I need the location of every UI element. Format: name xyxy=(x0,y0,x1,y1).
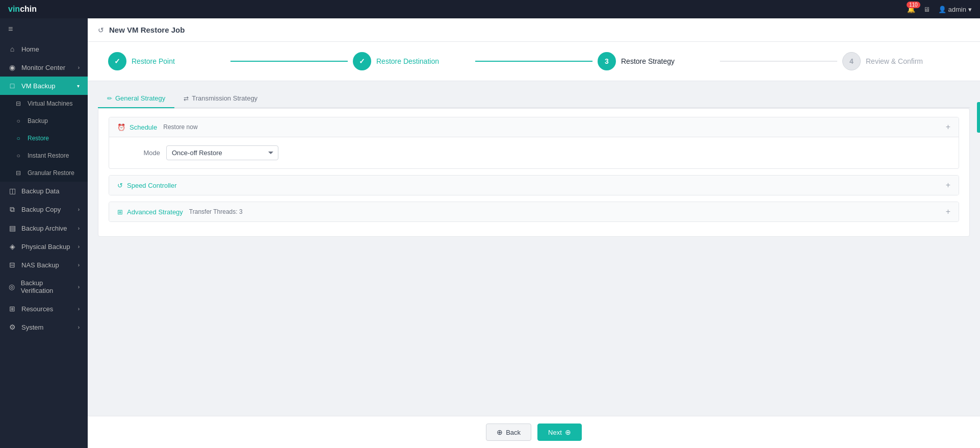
steps-bar: ✓ Restore Point ✓ Restore Destination 3 … xyxy=(88,42,980,81)
mode-form-row: Mode Once-off Restore Scheduled Restore xyxy=(119,145,948,160)
advanced-strategy-subtitle: Transfer Threads: 3 xyxy=(189,208,243,215)
step-2: ✓ Restore Destination xyxy=(353,52,470,70)
schedule-icon: ⏰ xyxy=(117,123,125,131)
advanced-expand-icon: + xyxy=(946,207,950,216)
sidebar-item-label: Granular Restore xyxy=(28,169,74,177)
sidebar: ≡ ⌂ Home ◉ Monitor Center › □ VM Backup … xyxy=(0,18,88,448)
speed-controller-title: Speed Controller xyxy=(127,182,177,189)
schedule-section-header-left: ⏰ Schedule Restore now xyxy=(117,123,198,131)
back-button[interactable]: ⊕ Back xyxy=(486,424,531,441)
tab-general-strategy[interactable]: ✏ General Strategy xyxy=(98,89,174,108)
sidebar-item-label: Virtual Machines xyxy=(28,100,73,107)
page-header: ↺ New VM Restore Job xyxy=(88,18,980,42)
sidebar-item-label: Backup Data xyxy=(21,187,59,195)
sidebar-item-backup-archive[interactable]: ▤ Backup Archive › xyxy=(0,219,88,237)
step-4: 4 Review & Confirm xyxy=(842,52,960,70)
nas-backup-icon: ⊟ xyxy=(8,261,16,269)
back-label: Back xyxy=(506,429,521,436)
chevron-right-icon: › xyxy=(78,207,80,212)
monitor-center-icon: ◉ xyxy=(8,63,16,71)
sidebar-item-restore[interactable]: ○ Restore xyxy=(0,130,88,147)
menu-toggle-button[interactable]: ≡ xyxy=(0,18,88,40)
resources-icon: ⊞ xyxy=(8,305,16,313)
speed-icon: ↺ xyxy=(117,182,123,189)
speed-controller-header-left: ↺ Speed Controller xyxy=(117,182,177,189)
schedule-section-body: Mode Once-off Restore Scheduled Restore xyxy=(109,137,959,168)
strategy-card: ⏰ Schedule Restore now + Mode Once-off R… xyxy=(98,108,970,237)
home-icon: ⌂ xyxy=(8,45,16,53)
step-1-check: ✓ xyxy=(114,57,120,65)
sidebar-item-backup-data[interactable]: ◫ Backup Data xyxy=(0,182,88,200)
sidebar-item-label: Restore xyxy=(28,135,49,142)
right-scroll-indicator xyxy=(977,102,980,133)
tab-label: Transmission Strategy xyxy=(192,94,257,102)
sidebar-item-label: Instant Restore xyxy=(28,152,69,159)
sidebar-item-label: System xyxy=(21,323,43,331)
admin-menu[interactable]: 👤 admin ▾ xyxy=(938,6,972,13)
tab-label: General Strategy xyxy=(115,94,165,102)
schedule-section-header[interactable]: ⏰ Schedule Restore now + xyxy=(109,117,959,137)
page-title: New VM Restore Job xyxy=(109,26,185,34)
vm-backup-submenu: ⊟ Virtual Machines ○ Backup ○ Restore ○ … xyxy=(0,95,88,182)
sidebar-item-monitor-center[interactable]: ◉ Monitor Center › xyxy=(0,58,88,77)
pencil-icon: ✏ xyxy=(107,95,112,102)
speed-controller-section: ↺ Speed Controller + xyxy=(109,175,959,195)
step-2-label: Restore Destination xyxy=(376,57,439,65)
sidebar-item-backup-copy[interactable]: ⧉ Backup Copy › xyxy=(0,200,88,219)
step-1-label: Restore Point xyxy=(132,57,175,65)
sidebar-item-label: Backup Copy xyxy=(21,206,61,213)
sidebar-item-vm-backup[interactable]: □ VM Backup ▾ xyxy=(0,77,88,95)
sidebar-item-backup-verification[interactable]: ◎ Backup Verification › xyxy=(0,274,88,300)
granular-restore-icon: ⊟ xyxy=(14,169,22,177)
schedule-subtitle: Restore now xyxy=(163,123,197,131)
chevron-right-icon: › xyxy=(78,226,80,231)
next-button[interactable]: Next ⊕ xyxy=(537,424,582,441)
admin-label: admin xyxy=(948,6,966,13)
mode-label: Mode xyxy=(119,149,160,157)
step-1: ✓ Restore Point xyxy=(108,52,225,70)
transfer-icon: ⇄ xyxy=(184,95,189,102)
vm-backup-icon: □ xyxy=(8,82,16,90)
sidebar-item-granular-restore[interactable]: ⊟ Granular Restore xyxy=(0,164,88,182)
next-label: Next xyxy=(548,429,562,436)
schedule-title: Schedule xyxy=(130,123,157,131)
topbar: vinchin 🔔 110 🖥 👤 admin ▾ xyxy=(0,0,980,18)
layout: ≡ ⌂ Home ◉ Monitor Center › □ VM Backup … xyxy=(0,18,980,448)
strategy-tabs: ✏ General Strategy ⇄ Transmission Strate… xyxy=(98,89,970,108)
sidebar-item-label: Backup Verification xyxy=(21,279,73,294)
chevron-right-icon: › xyxy=(78,325,80,330)
monitor-icon[interactable]: 🖥 xyxy=(923,6,930,13)
step-3-label: Restore Strategy xyxy=(621,57,675,65)
step-1-circle: ✓ xyxy=(108,52,126,70)
step-3-num: 3 xyxy=(605,57,609,65)
sidebar-item-home[interactable]: ⌂ Home xyxy=(0,40,88,58)
speed-controller-section-header[interactable]: ↺ Speed Controller + xyxy=(109,176,959,195)
schedule-section: ⏰ Schedule Restore now + Mode Once-off R… xyxy=(109,117,959,169)
sidebar-item-resources[interactable]: ⊞ Resources › xyxy=(0,300,88,318)
content-area: ✏ General Strategy ⇄ Transmission Strate… xyxy=(88,81,980,416)
sidebar-item-label: Resources xyxy=(21,305,53,313)
restore-header-icon: ↺ xyxy=(98,26,104,34)
step-4-circle: 4 xyxy=(842,52,861,70)
advanced-icon: ⊞ xyxy=(117,208,123,216)
backup-icon: ○ xyxy=(14,117,22,125)
virtual-machines-icon: ⊟ xyxy=(14,100,22,107)
backup-verification-icon: ◎ xyxy=(8,283,16,291)
sidebar-item-instant-restore[interactable]: ○ Instant Restore xyxy=(0,147,88,164)
user-icon: 👤 xyxy=(938,6,946,13)
bottom-bar: ⊕ Back Next ⊕ xyxy=(88,416,980,448)
sidebar-item-nas-backup[interactable]: ⊟ NAS Backup › xyxy=(0,256,88,274)
chevron-right-icon: › xyxy=(78,262,80,268)
sidebar-item-label: Physical Backup xyxy=(21,243,70,251)
sidebar-item-label: NAS Backup xyxy=(21,261,59,269)
notification-bell[interactable]: 🔔 110 xyxy=(907,6,915,13)
sidebar-item-backup[interactable]: ○ Backup xyxy=(0,112,88,130)
sidebar-item-system[interactable]: ⚙ System › xyxy=(0,318,88,336)
tab-transmission-strategy[interactable]: ⇄ Transmission Strategy xyxy=(174,89,267,108)
sidebar-item-physical-backup[interactable]: ◈ Physical Backup › xyxy=(0,237,88,256)
sidebar-item-virtual-machines[interactable]: ⊟ Virtual Machines xyxy=(0,95,88,112)
mode-select[interactable]: Once-off Restore Scheduled Restore xyxy=(166,145,278,160)
chevron-down-icon: ▾ xyxy=(77,83,80,89)
advanced-strategy-section: ⊞ Advanced Strategy Transfer Threads: 3 … xyxy=(109,202,959,222)
advanced-strategy-section-header[interactable]: ⊞ Advanced Strategy Transfer Threads: 3 … xyxy=(109,202,959,221)
